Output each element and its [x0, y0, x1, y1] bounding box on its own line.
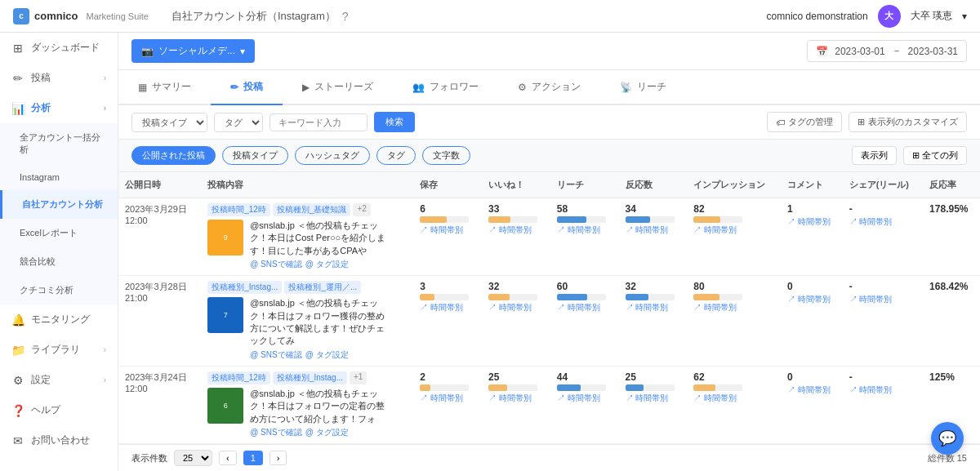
shares-time-link[interactable]: ↗ 時間帯別 [849, 216, 916, 228]
sidebar-item-post[interactable]: ✏ 投稿 › [0, 63, 118, 93]
likes-bar [488, 294, 510, 300]
sidebar-label-monitoring: モニタリング [31, 313, 90, 327]
post-text: @snslab.jp ＜他の投稿もチェック！本日はフォロワーの定着の整め方につい… [250, 388, 387, 425]
sidebar-label-library: ライブラリ [31, 343, 80, 357]
post-meta-link[interactable]: @ タグ設定 [305, 427, 349, 438]
likes-time-link[interactable]: ↗ 時間帯別 [488, 302, 544, 313]
sidebar-item-instagram[interactable]: Instagram [0, 164, 118, 190]
post-tag: 投稿種別_基礎知識 [273, 203, 351, 216]
tag-select[interactable]: タグ [214, 113, 263, 132]
post-meta-link[interactable]: @ SNSで確認 [250, 349, 302, 361]
chip-post-type[interactable]: 投稿タイプ [222, 146, 288, 165]
summary-icon: ▦ [138, 82, 147, 93]
reactions-time-link[interactable]: ↗ 時間帯別 [626, 393, 681, 404]
all-columns-button[interactable]: ⊞ 全ての列 [903, 146, 967, 165]
sidebar-item-excel[interactable]: Excelレポート [0, 219, 118, 247]
main-content: 📷 ソーシャルメデ... ▾ 📅 2023-03-01 － 2023-03-31… [118, 33, 980, 471]
view-columns-button[interactable]: 表示列 [852, 146, 897, 165]
page-size-select[interactable]: 25 [174, 450, 212, 466]
likes-bar-wrap [488, 384, 537, 391]
shares-time-link[interactable]: ↗ 時間帯別 [849, 384, 916, 396]
post-meta-link[interactable]: @ タグ設定 [305, 259, 349, 270]
chip-chars[interactable]: 文字数 [422, 146, 470, 165]
sidebar-item-all-account[interactable]: 全アカウント一括分析 [0, 123, 118, 164]
post-extra-tag: +2 [353, 203, 370, 216]
post-meta-link[interactable]: @ SNSで確認 [250, 259, 302, 270]
sidebar-label-instagram: Instagram [20, 172, 60, 182]
saves-time-link[interactable]: ↗ 時間帯別 [420, 393, 475, 404]
keyword-input[interactable] [270, 113, 368, 131]
saves-bar [420, 294, 434, 300]
post-type-select[interactable]: 投稿タイプ [131, 113, 207, 132]
reach-time-link[interactable]: ↗ 時間帯別 [557, 224, 612, 236]
chip-hashtag[interactable]: ハッシュタグ [295, 146, 370, 165]
chip-tag[interactable]: タグ [376, 146, 416, 165]
table-row: 2023年3月28日21:00 投稿種別_Instag...投稿種別_運用／..… [118, 276, 980, 367]
search-button[interactable]: 検索 [374, 112, 415, 132]
reach-time-link[interactable]: ↗ 時間帯別 [557, 302, 612, 313]
post-text-area: @snslab.jp ＜他の投稿もチェック！本日はフォロワー獲得の整め方について… [250, 297, 387, 361]
sidebar-item-dashboard[interactable]: ⊞ ダッシュボード [0, 33, 118, 63]
comments-time-link[interactable]: ↗ 時間帯別 [787, 294, 836, 305]
post-content-wrapper: 投稿種別_Instag...投稿種別_運用／... 7 @snslab.jp ＜… [207, 281, 387, 361]
tag-management-button[interactable]: 🏷 タグの管理 [767, 112, 842, 132]
chip-published[interactable]: 公開された投稿 [131, 146, 216, 165]
post-meta-link[interactable]: @ タグ設定 [305, 349, 349, 361]
sidebar-item-library[interactable]: 📁 ライブラリ › [0, 335, 118, 365]
dropdown-icon[interactable]: ▾ [962, 11, 967, 22]
cell-rate: 178.95% [923, 198, 980, 276]
prev-page-button[interactable]: ‹ [219, 451, 237, 465]
sidebar-item-comparison[interactable]: 競合比較 [0, 247, 118, 276]
impressions-time-link[interactable]: ↗ 時間帯別 [693, 302, 774, 313]
chat-bubble[interactable]: 💬 [931, 422, 964, 455]
post-meta-link[interactable]: @ SNSで確認 [250, 427, 302, 438]
saves-metric: 2 ↗ 時間帯別 [420, 371, 475, 404]
sidebar-item-contact[interactable]: ✉ お問い合わせ [0, 425, 118, 455]
tab-actions[interactable]: ⚙ アクション [498, 70, 600, 105]
impressions-time-link[interactable]: ↗ 時間帯別 [693, 224, 774, 236]
sidebar-item-settings[interactable]: ⚙ 設定 › [0, 365, 118, 395]
tab-reach[interactable]: 📡 リーチ [600, 70, 686, 105]
tab-summary[interactable]: ▦ サマリー [118, 70, 211, 105]
customize-columns-button[interactable]: ⊞ 表示列のカスタマイズ [849, 112, 967, 132]
saves-metric: 6 ↗ 時間帯別 [420, 203, 475, 236]
reactions-value: 34 [626, 203, 681, 215]
col-reach: リーチ [550, 172, 619, 198]
logo-area: c comnico Marketing Suite [13, 8, 149, 24]
likes-metric: 25 ↗ 時間帯別 [488, 371, 544, 404]
next-page-button[interactable]: › [270, 451, 287, 465]
sidebar-item-review[interactable]: クチコミ分析 [0, 276, 118, 304]
likes-time-link[interactable]: ↗ 時間帯別 [488, 393, 544, 404]
sub-header: 📷 ソーシャルメデ... ▾ 📅 2023-03-01 － 2023-03-31 [118, 33, 980, 70]
comments-time-link[interactable]: ↗ 時間帯別 [787, 384, 836, 396]
shares-time-link[interactable]: ↗ 時間帯別 [849, 294, 916, 305]
col-reactions: 反応数 [619, 172, 688, 198]
logo-text: comnico [34, 10, 78, 22]
comments-time-link[interactable]: ↗ 時間帯別 [787, 216, 836, 228]
tab-reach-label: リーチ [637, 80, 666, 94]
reactions-time-link[interactable]: ↗ 時間帯別 [626, 302, 681, 313]
date-picker[interactable]: 📅 2023-03-01 － 2023-03-31 [807, 40, 967, 62]
col-shares: シェア(リール) [843, 172, 923, 198]
sidebar-item-monitoring[interactable]: 🔔 モニタリング [0, 304, 118, 335]
table-row: 2023年3月24日12:00 投稿時間_12時投稿種別_Instag...+1… [118, 366, 980, 443]
reach-time-link[interactable]: ↗ 時間帯別 [557, 393, 612, 404]
account-selector[interactable]: 📷 ソーシャルメデ... ▾ [131, 39, 255, 63]
help-icon[interactable]: ? [342, 10, 349, 23]
reactions-bar [626, 216, 650, 223]
sidebar-item-analysis[interactable]: 📊 分析 › [0, 93, 118, 123]
likes-time-link[interactable]: ↗ 時間帯別 [488, 224, 544, 236]
logo-icon: c [13, 8, 29, 24]
reactions-time-link[interactable]: ↗ 時間帯別 [626, 224, 681, 236]
sidebar-item-help[interactable]: ❓ ヘルプ [0, 395, 118, 425]
saves-time-link[interactable]: ↗ 時間帯別 [420, 302, 475, 313]
sidebar-item-self-analysis[interactable]: 自社アカウント分析 [0, 190, 118, 219]
impressions-time-link[interactable]: ↗ 時間帯別 [693, 393, 774, 404]
saves-time-link[interactable]: ↗ 時間帯別 [420, 224, 475, 236]
show-label: 表示件数 [131, 452, 167, 464]
followers-icon: 👥 [412, 82, 425, 93]
tab-post[interactable]: ✏ 投稿 [211, 70, 283, 105]
tab-stories[interactable]: ▶ ストーリーズ [283, 70, 393, 105]
cell-comments: 1 ↗ 時間帯別 [781, 198, 843, 276]
tab-followers[interactable]: 👥 フォロワー [393, 70, 498, 105]
